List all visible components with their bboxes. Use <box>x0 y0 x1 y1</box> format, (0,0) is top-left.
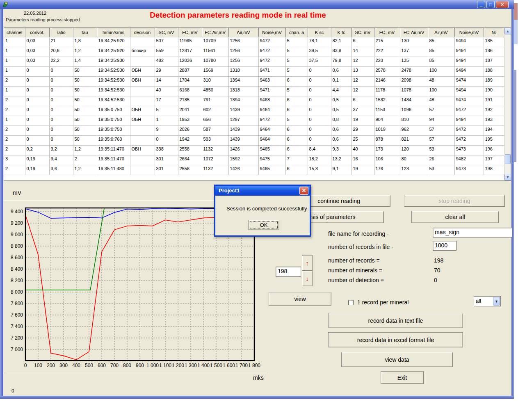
table-row[interactable]: 10,03211,819:34:25:920507119651070912569… <box>4 37 504 47</box>
num-detection-label: number of detection = <box>328 277 384 283</box>
record-index-input[interactable]: 198 <box>276 267 301 277</box>
record-text-file-button[interactable]: record data in text file <box>328 313 463 328</box>
column-header: FC-Air,mV <box>400 28 428 37</box>
view-button[interactable]: view <box>269 292 331 306</box>
chart-tick-label: 7 800 <box>11 301 23 306</box>
table-row[interactable]: 2005019:35:0:7509202658714399464600,6291… <box>4 126 504 135</box>
table-cell: 19:35:11:470 <box>97 145 130 155</box>
table-row[interactable]: 2005019:35:0:750ОБН5204160214399464600,5… <box>4 106 504 116</box>
table-cell: 9494 <box>454 66 484 76</box>
vertical-scrollbar[interactable]: ▲ ▼ <box>504 28 511 180</box>
maximize-button[interactable]: □ <box>486 1 495 8</box>
minimize-button[interactable]: _ <box>477 1 485 8</box>
filter-dropdown[interactable]: all ▼ <box>474 296 501 306</box>
table-cell: 82,1 <box>331 37 352 47</box>
data-grid[interactable]: channelconvol.ratiotauh/min/s/msdecision… <box>4 27 511 181</box>
chart-tick-label: 7 000 <box>11 347 23 352</box>
chevron-down-icon[interactable]: ▼ <box>493 297 500 306</box>
scroll-up-icon[interactable]: ▲ <box>504 28 511 34</box>
table-cell: блокир <box>130 47 155 57</box>
table-cell: 2041 <box>178 106 202 116</box>
table-cell: 192 <box>484 106 504 116</box>
table-cell: 310 <box>202 76 228 86</box>
table-cell: 2664 <box>178 155 202 165</box>
chart-tick-label: 9 200 <box>11 220 23 226</box>
chart-tick-label: 1 600 <box>223 363 235 368</box>
dialog-close-icon[interactable]: ✕ <box>299 187 308 195</box>
chart-tick-label: 7 600 <box>11 312 23 318</box>
table-cell: 48 <box>428 76 454 86</box>
table-row[interactable]: 30,193,4219:35:11:4703012664107215929475… <box>4 155 504 165</box>
clear-all-button[interactable]: clear all <box>411 211 499 223</box>
table-cell: 1,8 <box>73 37 97 47</box>
table-row[interactable]: 1005019:34:52:530406168485013189471504,4… <box>4 86 504 96</box>
stop-reading-button[interactable]: stop reading <box>404 195 505 207</box>
table-cell: 40 <box>352 145 374 155</box>
close-button[interactable]: ✕ <box>496 1 509 8</box>
table-cell: 9,3 <box>331 145 352 155</box>
table-cell: 9472 <box>258 37 285 47</box>
table-cell: 80 <box>400 155 428 165</box>
table-row[interactable]: 20,23,21,219:35:11:470ОБН338255811321426… <box>4 145 504 155</box>
column-header: Noise,mV <box>454 28 484 37</box>
table-row[interactable]: 10,0320,61,219:34:25:920блокир5591281711… <box>4 47 504 57</box>
table-cell: 0 <box>49 106 73 116</box>
table-cell: 0 <box>308 126 331 135</box>
table-cell: 1153 <box>374 106 400 116</box>
table-row[interactable]: 10,0322,21,419:34:25:9304821203610780125… <box>4 57 504 66</box>
dialog-title-bar[interactable]: Project1 <box>215 186 310 196</box>
chart-tick-label: 9 400 <box>11 209 23 215</box>
table-cell: 6 <box>285 96 308 106</box>
table-cell: 0 <box>49 76 73 86</box>
table-cell: 1,2 <box>73 165 97 175</box>
table-cell: 1953 <box>178 116 202 126</box>
exit-button[interactable]: Exit <box>381 371 424 384</box>
table-cell: 1132 <box>202 165 228 175</box>
chart-tick-label: 8 200 <box>11 278 23 283</box>
column-header: h/min/s/ms <box>97 28 130 37</box>
chart-tick-label: 1 200 <box>172 363 184 368</box>
table-cell: 9494 <box>454 37 484 47</box>
table-cell: 2098 <box>400 76 428 86</box>
dialog-ok-button[interactable]: OK <box>248 220 279 230</box>
table-cell: 9471 <box>258 86 285 96</box>
chart-tick-label: 900 <box>136 363 144 368</box>
one-record-per-mineral-checkbox[interactable] <box>348 300 354 305</box>
record-excel-file-button[interactable]: record data in excel format file <box>328 332 463 347</box>
file-name-input[interactable]: mas_sign <box>433 228 512 237</box>
table-row[interactable]: 2005019:34:52:530ОБН14170431013949463600… <box>4 76 504 86</box>
scroll-down-icon[interactable]: ▼ <box>504 174 511 180</box>
table-cell: 1439 <box>228 106 258 116</box>
spin-down-button[interactable]: ↓ <box>302 271 313 286</box>
table-cell: 0 <box>49 86 73 96</box>
table-cell: 48 <box>428 96 454 106</box>
table-row[interactable]: 1005019:34:52:530ОБН29288715691318947150… <box>4 66 504 76</box>
table-row[interactable]: 2005019:35:0:7600194250314399464600,6258… <box>4 135 504 145</box>
table-cell: 5 <box>285 57 308 66</box>
table-cell: 821 <box>400 135 428 145</box>
table-cell: 12 <box>352 57 374 66</box>
table-cell: 1704 <box>178 76 202 86</box>
table-row[interactable]: 1005019:35:0:750ОБН1195365612979472500,8… <box>4 116 504 126</box>
table-cell: 0 <box>49 96 73 106</box>
table-cell: 37 <box>352 106 374 116</box>
title-bar[interactable]: _ □ ✕ <box>0 0 514 9</box>
records-in-file-input[interactable]: 1000 <box>433 241 457 251</box>
scrollbar-thumb[interactable] <box>505 154 511 164</box>
table-cell: 1256 <box>228 37 258 47</box>
table-row[interactable]: 2005019:34:52:53017218579113949463600,56… <box>4 96 504 106</box>
table-cell: 0,5 <box>331 106 352 116</box>
column-header: Noise,mV <box>258 28 285 37</box>
view-data-button[interactable]: view data <box>341 352 453 367</box>
spin-up-button[interactable]: ↑ <box>302 255 313 271</box>
table-cell: 6 <box>285 135 308 145</box>
table-cell: 1256 <box>228 57 258 66</box>
table-cell: 1019 <box>374 126 400 135</box>
table-row[interactable]: 20,193,61,219:35:11:48030125581132142694… <box>4 165 504 175</box>
table-cell: 21 <box>49 37 73 47</box>
table-cell: 2 <box>4 76 25 86</box>
table-cell: 50 <box>73 86 97 96</box>
table-cell: 19 <box>352 116 374 126</box>
table-cell: 19:34:25:920 <box>97 47 130 57</box>
table-cell: 0 <box>25 106 49 116</box>
